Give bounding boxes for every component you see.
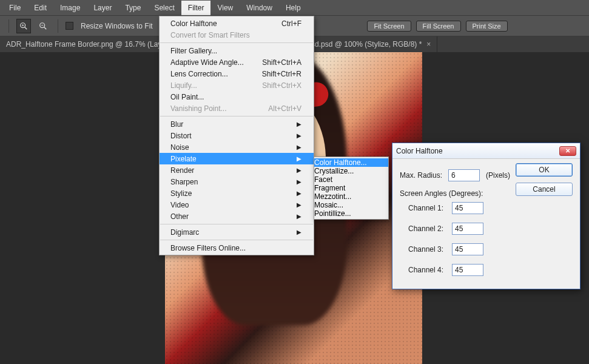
color-halftone-dialog: Color Halftone ✕ OK Cancel Max. Radius: … <box>392 143 581 289</box>
menu-item-label: Stylize <box>170 189 192 198</box>
menu-item-label: Digimarc <box>170 228 199 237</box>
menu-view[interactable]: View <box>210 1 240 15</box>
close-icon[interactable]: ✕ <box>559 146 576 156</box>
close-icon[interactable]: × <box>426 40 431 49</box>
menu-item-label: Adaptive Wide Angle... <box>170 58 244 67</box>
channel-1-input[interactable] <box>452 202 483 214</box>
menu-item-color-halftone[interactable]: Color HalftoneCtrl+F <box>160 18 314 29</box>
menu-item-label: Video <box>170 201 189 209</box>
menu-type[interactable]: Type <box>118 1 147 15</box>
menu-item-filter-gallery[interactable]: Filter Gallery... <box>160 45 314 56</box>
filter-menu-dropdown: Color HalftoneCtrl+FConvert for Smart Fi… <box>159 16 314 255</box>
submenu-item-color-halftone[interactable]: Color Halftone... <box>314 158 388 167</box>
menu-help[interactable]: Help <box>279 1 308 15</box>
menu-item-render[interactable]: Render▶ <box>160 164 314 176</box>
menu-item-label: Render <box>170 166 194 175</box>
submenu-item-label: Pointillize... <box>314 209 351 218</box>
cancel-button[interactable]: Cancel <box>516 183 573 196</box>
menu-item-digimarc[interactable]: Digimarc▶ <box>160 226 314 238</box>
menu-image[interactable]: Image <box>53 1 87 15</box>
shortcut-label: Ctrl+F <box>281 19 301 28</box>
menu-item-stylize[interactable]: Stylize▶ <box>160 187 314 199</box>
menu-item-label: Other <box>170 212 189 221</box>
submenu-item-fragment[interactable]: Fragment <box>314 184 388 192</box>
channel-3-input[interactable] <box>452 243 483 255</box>
menu-item-sharpen[interactable]: Sharpen▶ <box>160 176 314 187</box>
channel-label: Channel 1: <box>408 204 452 212</box>
chevron-right-icon: ▶ <box>297 144 301 150</box>
submenu-item-mosaic[interactable]: Mosaic... <box>314 201 388 209</box>
menu-item-label: Convert for Smart Filters <box>170 31 250 39</box>
chevron-right-icon: ▶ <box>297 201 301 208</box>
menu-item-label: Color Halftone <box>170 19 217 28</box>
menu-edit[interactable]: Edit <box>27 1 53 15</box>
menu-item-noise[interactable]: Noise▶ <box>160 141 314 153</box>
max-radius-label: Max. Radius: <box>400 171 448 180</box>
shortcut-label: Shift+Ctrl+A <box>262 58 301 67</box>
menu-filter[interactable]: Filter <box>181 1 211 15</box>
chevron-right-icon: ▶ <box>297 121 301 127</box>
chevron-right-icon: ▶ <box>297 213 301 220</box>
chevron-right-icon: ▶ <box>297 229 301 235</box>
menu-item-distort[interactable]: Distort▶ <box>160 130 314 141</box>
document-tab[interactable]: ADR_Halftone Frame Border.png @ 16.7% (L… <box>0 36 181 52</box>
fit-screen-button[interactable]: Fit Screen <box>367 21 411 32</box>
zoom-out-tool[interactable] <box>36 19 50 33</box>
menu-item-browse-filters-online[interactable]: Browse Filters Online... <box>160 242 314 254</box>
dialog-title: Color Halftone <box>396 147 443 155</box>
menu-window[interactable]: Window <box>240 1 279 15</box>
menu-item-pixelate[interactable]: Pixelate▶ <box>160 153 314 164</box>
shortcut-label: Shift+Ctrl+R <box>262 70 301 78</box>
tab-label: ADR_Halftone Frame Border.png @ 16.7% (L… <box>6 40 166 49</box>
menu-item-label: Sharpen <box>170 178 198 186</box>
submenu-item-facet[interactable]: Facet <box>314 175 388 184</box>
menu-item-label: Blur <box>170 120 183 129</box>
channel-label: Channel 2: <box>408 224 452 233</box>
menu-item-lens-correction[interactable]: Lens Correction...Shift+Ctrl+R <box>160 68 314 79</box>
menu-item-label: Noise <box>170 143 189 152</box>
menu-item-adaptive-wide-angle[interactable]: Adaptive Wide Angle...Shift+Ctrl+A <box>160 56 314 68</box>
menubar: FileEditImageLayerTypeSelectFilterViewWi… <box>0 0 589 16</box>
fill-screen-button[interactable]: Fill Screen <box>416 21 461 32</box>
chevron-right-icon: ▶ <box>297 178 301 185</box>
submenu-item-mezzotint[interactable]: Mezzotint... <box>314 192 388 201</box>
submenu-item-label: Fragment <box>314 184 345 192</box>
menu-item-blur[interactable]: Blur▶ <box>160 118 314 130</box>
chevron-right-icon: ▶ <box>297 132 301 139</box>
menu-item-label: Browse Filters Online... <box>170 244 246 252</box>
submenu-item-label: Mezzotint... <box>314 192 351 201</box>
submenu-item-label: Color Halftone... <box>314 158 367 167</box>
dialog-titlebar[interactable]: Color Halftone ✕ <box>392 143 580 159</box>
svg-line-5 <box>44 27 47 29</box>
menu-file[interactable]: File <box>2 1 27 15</box>
channel-label: Channel 3: <box>408 245 452 254</box>
resize-windows-checkbox[interactable] <box>66 22 73 30</box>
chevron-right-icon: ▶ <box>297 155 301 162</box>
max-radius-input[interactable] <box>448 169 480 181</box>
zoom-in-tool[interactable] <box>16 19 31 33</box>
menu-item-video[interactable]: Video▶ <box>160 199 314 211</box>
print-size-button[interactable]: Print Size <box>466 21 508 32</box>
menu-item-label: Filter Gallery... <box>170 47 217 55</box>
menu-layer[interactable]: Layer <box>87 1 118 15</box>
channel-2-input[interactable] <box>452 223 483 235</box>
submenu-item-pointillize[interactable]: Pointillize... <box>314 209 388 218</box>
menu-item-other[interactable]: Other▶ <box>160 211 314 222</box>
menu-item-label: Lens Correction... <box>170 70 228 78</box>
pixelate-submenu: Color Halftone...Crystallize...FacetFrag… <box>314 157 389 220</box>
channel-label: Channel 4: <box>408 266 452 274</box>
menu-item-convert-for-smart-filters: Convert for Smart Filters <box>160 29 314 41</box>
menu-item-liquify: Liquify...Shift+Ctrl+X <box>160 79 314 91</box>
menu-item-oil-paint[interactable]: Oil Paint... <box>160 91 314 103</box>
separator <box>58 19 58 33</box>
menu-item-vanishing-point: Vanishing Point...Alt+Ctrl+V <box>160 103 314 114</box>
menu-item-label: Vanishing Point... <box>170 104 227 113</box>
separator <box>8 19 9 33</box>
svg-line-1 <box>25 27 27 29</box>
unit-label: (Pixels) <box>486 171 510 180</box>
chevron-right-icon: ▶ <box>297 190 301 197</box>
channel-4-input[interactable] <box>452 264 483 276</box>
menu-select[interactable]: Select <box>147 1 181 15</box>
ok-button[interactable]: OK <box>516 163 573 177</box>
submenu-item-crystallize[interactable]: Crystallize... <box>314 167 388 175</box>
